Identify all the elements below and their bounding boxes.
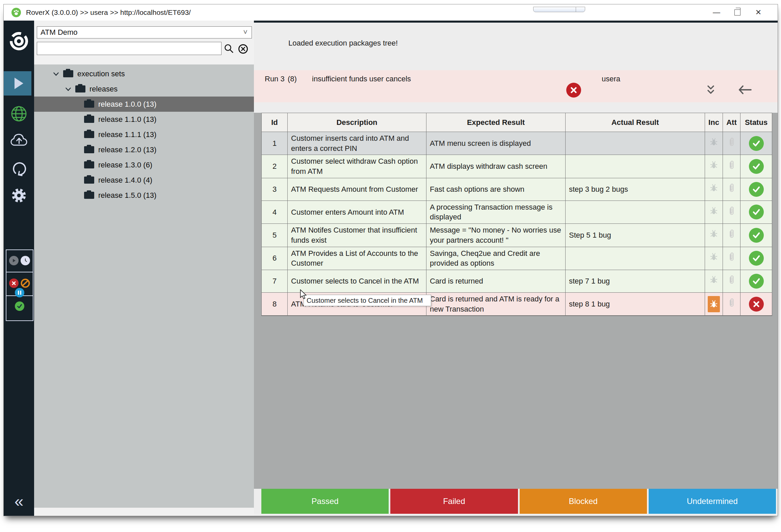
bug-icon[interactable]	[708, 296, 720, 312]
settings-gear-icon[interactable]	[10, 187, 28, 206]
attachment-button[interactable]	[723, 224, 740, 247]
tree-item-release-1.1.0-13-[interactable]: release 1.1.0 (13)	[34, 112, 254, 127]
step-status	[740, 270, 772, 293]
globe-icon[interactable]	[10, 105, 28, 124]
bug-icon[interactable]	[709, 183, 719, 195]
step-description: Customer enters Amount into ATM	[288, 201, 426, 224]
paperclip-icon[interactable]	[728, 252, 736, 265]
failed-button[interactable]: Failed	[390, 489, 518, 514]
tree-item-release-1.2.0-13-[interactable]: release 1.2.0 (13)	[34, 142, 254, 157]
nav-rail: «	[4, 21, 34, 516]
spacer	[254, 514, 778, 516]
project-dropdown[interactable]: ATM Demo ˅	[37, 26, 252, 38]
folder-icon	[84, 131, 94, 138]
status-failed-icon[interactable]	[9, 278, 19, 288]
tree-item-execution-sets[interactable]: execution sets	[34, 66, 254, 81]
step-id: 6	[262, 247, 288, 270]
attachment-button[interactable]	[723, 201, 740, 224]
column-header-id: Id	[262, 113, 288, 132]
status-blocked-icon[interactable]	[21, 278, 30, 288]
incident-bug-button[interactable]	[705, 293, 723, 316]
explorer-panel: ATM Demo ˅ execution setsreleasesrelease…	[34, 21, 254, 516]
column-header-status: Status	[740, 113, 772, 132]
bug-icon[interactable]	[709, 229, 719, 241]
project-dropdown-value: ATM Demo	[41, 28, 78, 37]
paperclip-icon[interactable]	[728, 183, 736, 196]
clear-search-icon[interactable]	[237, 43, 249, 56]
tree-item-label: release 1.0.0 (13)	[98, 100, 156, 109]
bug-icon[interactable]	[709, 206, 719, 218]
title-bar: RoverX (3.0.0.0) >> usera >> http://loca…	[4, 4, 778, 21]
tree-item-label: release 1.1.0 (13)	[98, 115, 156, 124]
attachment-button[interactable]	[723, 293, 740, 316]
tree-item-release-1.5.0-13-[interactable]: release 1.5.0 (13)	[34, 188, 254, 203]
blocked-button[interactable]: Blocked	[520, 489, 647, 514]
step-expected-result: Message = "No money - No worries use you…	[426, 224, 566, 247]
status-paused-icon[interactable]	[15, 288, 24, 297]
incident-bug-button[interactable]	[705, 132, 723, 155]
paperclip-icon[interactable]	[728, 275, 736, 288]
cloud-upload-icon[interactable]	[10, 133, 28, 149]
verdict-button-row: PassedFailedBlockedUndetermined	[254, 489, 778, 514]
chevron-down-icon[interactable]	[52, 70, 60, 78]
bug-icon[interactable]	[709, 275, 719, 287]
bug-icon[interactable]	[709, 252, 719, 264]
attachment-button[interactable]	[723, 178, 740, 201]
refresh-icon[interactable]	[11, 160, 28, 179]
tree-item-release-1.3.0-6-[interactable]: release 1.3.0 (6)	[34, 157, 254, 172]
minimize-button[interactable]: —	[706, 8, 727, 17]
step-id: 4	[262, 201, 288, 224]
step-actual-result	[566, 155, 705, 178]
tree-item-release-1.0.0-13-[interactable]: release 1.0.0 (13)	[34, 97, 254, 112]
status-running-icon[interactable]	[9, 256, 19, 265]
play-icon	[15, 78, 23, 89]
search-icon[interactable]	[223, 43, 235, 56]
incident-bug-button[interactable]	[705, 247, 723, 270]
attachment-button[interactable]	[723, 270, 740, 293]
attachment-button[interactable]	[723, 132, 740, 155]
app-window: RoverX (3.0.0.0) >> usera >> http://loca…	[3, 4, 778, 516]
app-paw-icon	[11, 7, 21, 18]
bug-icon[interactable]	[709, 160, 719, 172]
back-arrow-icon[interactable]	[737, 84, 752, 97]
incident-bug-button[interactable]	[705, 178, 723, 201]
execution-tree: execution setsreleasesrelease 1.0.0 (13)…	[34, 64, 254, 508]
incident-bug-button[interactable]	[705, 155, 723, 178]
chevron-down-icon[interactable]	[64, 85, 73, 93]
restore-button[interactable]	[727, 8, 748, 17]
status-pending-clock-icon[interactable]	[21, 256, 30, 265]
search-input[interactable]	[37, 42, 222, 55]
collapse-sidebar-button[interactable]: «	[4, 493, 34, 509]
close-button[interactable]: ✕	[748, 8, 769, 17]
paperclip-icon[interactable]	[728, 160, 736, 173]
bug-icon[interactable]	[709, 137, 719, 150]
partial-scrollbar[interactable]	[533, 7, 585, 12]
incident-bug-button[interactable]	[705, 224, 723, 247]
undetermined-button[interactable]: Undetermined	[649, 489, 776, 514]
step-status	[740, 247, 772, 270]
failed-x-icon	[749, 297, 764, 312]
sidebar-item-execution[interactable]	[4, 71, 31, 96]
attachment-button[interactable]	[723, 155, 740, 178]
folder-icon	[84, 177, 94, 184]
column-header-att: Att	[723, 113, 740, 132]
tree-item-label: execution sets	[77, 70, 125, 78]
step-status	[740, 155, 772, 178]
window-title: RoverX (3.0.0.0) >> usera >> http://loca…	[26, 8, 191, 17]
step-status	[740, 293, 772, 316]
tree-item-release-1.4.0-4-[interactable]: release 1.4.0 (4)	[34, 172, 254, 188]
incident-bug-button[interactable]	[705, 201, 723, 224]
paperclip-icon[interactable]	[728, 206, 736, 219]
passed-button[interactable]: Passed	[261, 489, 389, 514]
attachment-button[interactable]	[723, 247, 740, 270]
tree-item-release-1.1.1-13-[interactable]: release 1.1.1 (13)	[34, 127, 254, 142]
incident-bug-button[interactable]	[705, 270, 723, 293]
tree-item-releases[interactable]: releases	[34, 81, 254, 97]
expand-all-chevrons-icon[interactable]	[705, 85, 717, 97]
step-actual-result: step 3 bug 2 bugs	[566, 178, 705, 201]
paperclip-icon[interactable]	[728, 229, 736, 242]
paperclip-icon[interactable]	[728, 298, 736, 311]
paperclip-icon[interactable]	[728, 137, 736, 150]
status-passed-icon[interactable]	[15, 301, 24, 311]
run-failed-icon[interactable]	[566, 83, 581, 98]
